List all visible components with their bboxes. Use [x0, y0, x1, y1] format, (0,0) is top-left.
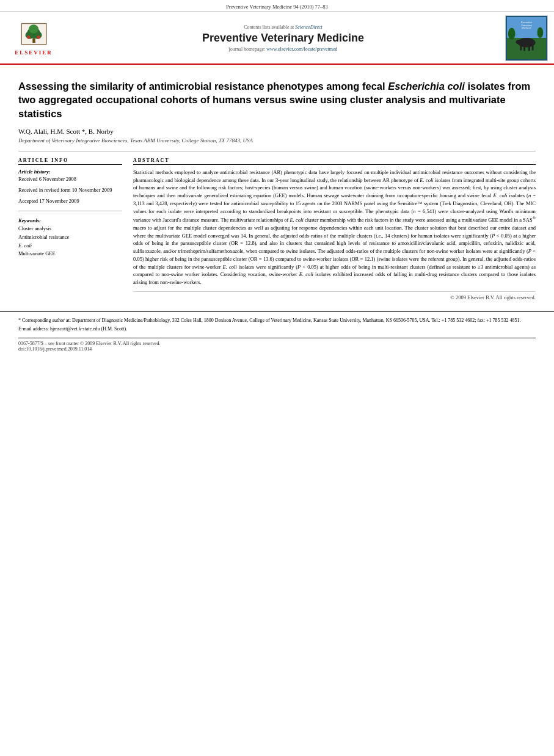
cover-svg-icon: Preventive Veterinary Medicine — [506, 15, 547, 61]
p-italic-1: P — [492, 233, 495, 239]
doi-line: doi:10.1016/j.prevetmed.2009.11.014 — [18, 346, 536, 352]
n-italic-1: n — [528, 192, 531, 198]
svg-rect-17 — [532, 46, 534, 51]
svg-rect-15 — [523, 46, 525, 51]
n-italic-2: n — [413, 208, 415, 214]
article-info-header: ARTICLE INFO — [18, 158, 122, 165]
contents-label: Contents lists available at — [244, 24, 294, 30]
science-direct-link[interactable]: ScienceDirect — [295, 24, 323, 30]
keyword-1: Cluster analysis — [18, 225, 122, 233]
email-note: E-mail address: hjmscott@vet.k-state.edu… — [18, 325, 536, 333]
svg-point-20 — [537, 27, 543, 38]
p-italic-2: P — [528, 248, 531, 254]
elsevier-tree-icon — [17, 21, 51, 48]
affiliation-text: Department of Veterinary Integrative Bio… — [18, 137, 253, 144]
ecoli-italic-5: E. coli — [299, 271, 313, 277]
ecoli-italic-2: E. coli — [494, 192, 508, 198]
journal-citation: Preventive Veterinary Medicine 94 (2010)… — [226, 4, 328, 10]
keyword-2: Antimicrobial resistance — [18, 233, 122, 242]
journal-title: Preventive Veterinary Medicine — [66, 32, 500, 45]
elsevier-logo: ELSEVIER — [6, 21, 61, 56]
footer-divider — [18, 338, 536, 338]
issn-line: 0167-5877/$ – see front matter © 2009 El… — [18, 341, 536, 346]
svg-rect-1 — [32, 38, 35, 43]
homepage-url[interactable]: www.elsevier.com/locate/prevetmed — [266, 46, 337, 52]
ecoli-italic-1: E. coli — [420, 177, 433, 183]
two-column-layout: ARTICLE INFO Article history: Received 6… — [18, 158, 536, 300]
header-center: Contents lists available at ScienceDirec… — [66, 24, 500, 52]
svg-text:Medicine: Medicine — [522, 26, 531, 29]
content-divider — [18, 151, 536, 151]
svg-point-19 — [508, 28, 516, 40]
svg-point-7 — [37, 35, 40, 38]
accepted-date: Accepted 17 November 2009 — [18, 198, 122, 205]
svg-rect-16 — [528, 46, 530, 51]
abstract-body: Statistical methods employed to analyze … — [133, 169, 536, 286]
journal-homepage: journal homepage: www.elsevier.com/locat… — [66, 46, 500, 52]
svg-rect-14 — [520, 46, 522, 51]
authors-line: W.Q. Alali, H.M. Scott *, B. Norby — [18, 128, 536, 135]
keywords-list: Cluster analysis Antimicrobial resistanc… — [18, 225, 122, 258]
svg-point-18 — [516, 40, 522, 45]
abstract-header: ABSTRACT — [133, 158, 536, 165]
affiliation-line: Department of Veterinary Integrative Bio… — [18, 137, 536, 144]
title-italic: Escherichia coli — [388, 81, 465, 92]
history-label: Article history: — [18, 169, 122, 175]
keyword-3: E. coli — [18, 242, 122, 250]
bottom-bar: 0167-5877/$ – see front matter © 2009 El… — [18, 341, 536, 352]
journal-top-bar: Preventive Veterinary Medicine 94 (2010)… — [0, 0, 554, 12]
keywords-label: Keywords: — [18, 217, 122, 224]
received-date-1: Received 6 November 2008 — [18, 176, 122, 183]
author-list: W.Q. Alali, H.M. Scott *, B. Norby — [18, 128, 114, 135]
ecoli-italic-4: E. coli — [223, 264, 237, 270]
article-title: Assessing the similarity of antimicrobia… — [18, 79, 536, 120]
ecoli-italic-3: E. coli — [290, 217, 304, 223]
main-content: Assessing the similarity of antimicrobia… — [0, 65, 554, 307]
corresponding-author-note: * Corresponding author at: Department of… — [18, 317, 536, 324]
p-italic-3: P — [297, 264, 301, 270]
science-direct-line: Contents lists available at ScienceDirec… — [66, 24, 500, 30]
svg-point-5 — [28, 24, 38, 33]
journal-cover-image: Preventive Veterinary Medicine — [505, 15, 548, 61]
abstract-column: ABSTRACT Statistical methods employed to… — [133, 158, 536, 300]
keywords-divider — [18, 211, 122, 211]
footer-section: * Corresponding author at: Department of… — [0, 311, 554, 357]
article-info-column: ARTICLE INFO Article history: Received 6… — [18, 158, 122, 300]
elsevier-brand-text: ELSEVIER — [15, 49, 53, 56]
header-section: ELSEVIER Contents lists available at Sci… — [0, 12, 554, 65]
copyright-line: © 2009 Elsevier B.V. All rights reserved… — [133, 291, 536, 300]
page: Preventive Veterinary Medicine 94 (2010)… — [0, 0, 554, 756]
received-revised: Received in revised form 10 November 200… — [18, 187, 122, 194]
svg-point-6 — [27, 35, 30, 38]
title-part1: Assessing the similarity of antimicrobia… — [18, 81, 388, 92]
keyword-4: Multivariate GEE — [18, 250, 122, 258]
